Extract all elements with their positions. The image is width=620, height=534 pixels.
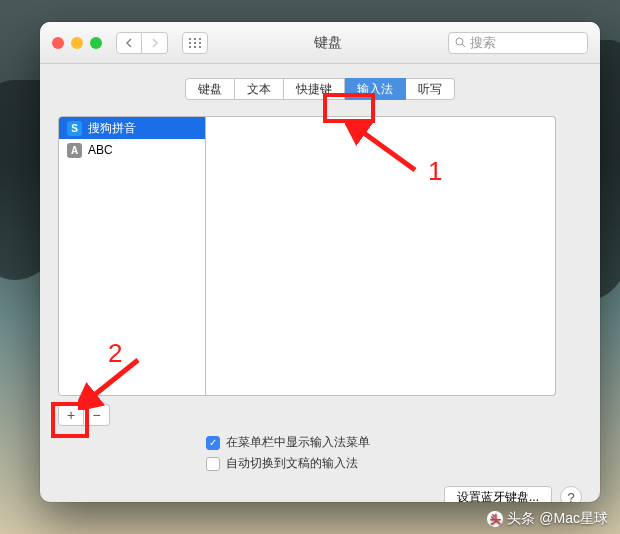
svg-rect-6 [189,46,191,48]
app-icon: A [67,143,82,158]
list-item[interactable]: A ABC [59,139,205,161]
search-icon [455,37,466,48]
svg-rect-7 [194,46,196,48]
svg-rect-2 [199,38,201,40]
svg-point-9 [456,38,463,45]
annotation-label-2: 2 [108,338,122,369]
tab-dictation[interactable]: 听写 [406,78,455,100]
checkbox-icon [206,457,220,471]
watermark-icon: 头 [487,511,503,527]
tab-keyboard[interactable]: 键盘 [185,78,235,100]
back-button[interactable] [116,32,142,54]
annotation-label-1: 1 [428,156,442,187]
svg-rect-4 [194,42,196,44]
search-field[interactable]: 搜索 [448,32,588,54]
add-remove-group: + − [58,404,582,426]
bluetooth-keyboard-button[interactable]: 设置蓝牙键盘... [444,486,552,502]
window-title: 键盘 [216,34,440,52]
app-icon: S [67,121,82,136]
checkbox-icon: ✓ [206,436,220,450]
list-item[interactable]: S 搜狗拼音 [59,117,205,139]
input-source-list[interactable]: S 搜狗拼音 A ABC [58,116,206,396]
svg-rect-5 [199,42,201,44]
forward-button[interactable] [142,32,168,54]
tab-shortcuts[interactable]: 快捷键 [284,78,345,100]
minimize-icon[interactable] [71,37,83,49]
add-button[interactable]: + [58,404,84,426]
traffic-lights [52,37,102,49]
watermark: 头 头条 @Mac星球 [487,510,608,528]
show-all-button[interactable] [182,32,208,54]
svg-rect-1 [194,38,196,40]
chevron-left-icon [125,38,133,48]
svg-line-10 [462,44,465,47]
checkbox-auto-switch[interactable]: 自动切换到文稿的输入法 [206,455,582,472]
tab-input-sources[interactable]: 输入法 [345,78,406,100]
titlebar: 键盘 搜索 [40,22,600,64]
nav-buttons [116,32,168,54]
list-item-label: ABC [88,143,113,157]
search-placeholder: 搜索 [470,34,496,52]
help-button[interactable]: ? [560,486,582,502]
checkbox-show-in-menubar[interactable]: ✓ 在菜单栏中显示输入法菜单 [206,434,582,451]
preferences-window: 键盘 搜索 键盘 文本 快捷键 输入法 听写 S 搜狗拼音 A ABC [40,22,600,502]
input-source-detail [206,116,556,396]
close-icon[interactable] [52,37,64,49]
svg-rect-3 [189,42,191,44]
list-item-label: 搜狗拼音 [88,120,136,137]
tab-text[interactable]: 文本 [235,78,284,100]
chevron-right-icon [151,38,159,48]
svg-rect-0 [189,38,191,40]
tab-bar: 键盘 文本 快捷键 输入法 听写 [58,78,582,100]
grid-icon [189,38,201,48]
zoom-icon[interactable] [90,37,102,49]
remove-button[interactable]: − [84,404,110,426]
svg-rect-8 [199,46,201,48]
